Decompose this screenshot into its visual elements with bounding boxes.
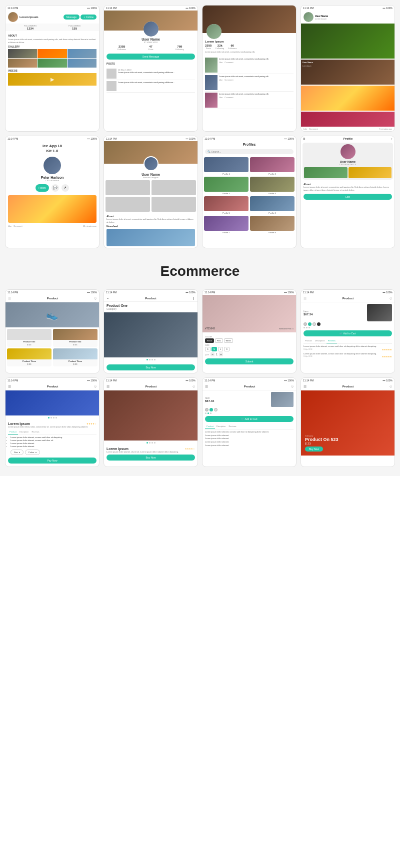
size-s-1[interactable]: S (205, 347, 210, 351)
tab-discription-7[interactable]: Discription (215, 424, 228, 429)
tab-reviews-5[interactable]: Reviews (30, 429, 40, 435)
comment-kit-1[interactable]: Comment (14, 225, 22, 227)
heart-icon-6[interactable]: ♡ (192, 385, 195, 388)
color-white[interactable]: White (224, 338, 233, 343)
status-bar-ec-4: 11:14 PM ▪▪▪ 100% (301, 290, 394, 295)
size-m[interactable]: M (212, 347, 217, 351)
status-bar-4: 11:14 PM ▪▪▪ 100% (301, 6, 394, 11)
tab-product-7[interactable]: Product (205, 424, 215, 429)
buy-now-btn-2[interactable]: Buy Now (106, 364, 195, 370)
pay-now-btn-5[interactable]: Pay Now (8, 458, 96, 464)
phone-kit-4: ☰ Profile + User Name CEO of Ice Ltd 1.0… (300, 136, 395, 248)
tab-description-4[interactable]: Description (314, 338, 326, 343)
gallery-item-6 (68, 59, 96, 68)
follow-btn-1[interactable]: ✓ Follow (80, 15, 96, 20)
app-kit-title: Ice App UiKit 1.0 (6, 141, 99, 157)
chat-btn-kit[interactable]: 💬 (52, 184, 59, 192)
like-action-4[interactable]: Like (304, 128, 307, 130)
tab-product-4[interactable]: Product (304, 338, 314, 343)
profile-card-1[interactable]: Profile 1 (204, 157, 248, 175)
product-card-ec-3[interactable]: Product Three $ 23 (7, 348, 52, 366)
status-bar-ec-2: 11:14 PM ▪▪▪ 100% (104, 290, 198, 295)
status-bar-ec-3: 11:14 PM ▪▪▪ 100% (202, 290, 296, 295)
play-icon-1: ▶ (50, 77, 54, 82)
like-btn-kit-4[interactable]: Like (304, 194, 392, 200)
post-item-1: 14 March 2019 Lorem ipsum dolor sit amet… (106, 69, 195, 80)
phone-ec-4: 11:14 PM ▪▪▪ 100% ☰ Product ♡ Item $67.3… (300, 289, 395, 373)
cover-photo-2 (104, 11, 198, 31)
send-message-btn-2[interactable]: Send Message (106, 54, 195, 60)
profile-card-4[interactable]: Profile 4 (250, 177, 294, 195)
profile-card-6[interactable]: Profile 6 (250, 196, 294, 214)
heart-icon-8[interactable]: ♡ (390, 385, 392, 388)
product-image-2 (104, 312, 198, 357)
color-circles-4 (304, 322, 392, 326)
follow-btn-kit[interactable]: Follow (36, 184, 48, 192)
profile-card-3[interactable]: Profile 3 (204, 177, 248, 195)
cover-3 (202, 6, 296, 33)
size-select-5[interactable]: Size ▾ (10, 450, 24, 455)
product-name-2: Product One (106, 304, 195, 307)
about-text-1: Lorem ipsum dolor sit amet, consectetur … (8, 38, 96, 44)
like-kit-1[interactable]: Like (8, 225, 12, 227)
tab-discription-5[interactable]: Discription (18, 429, 30, 435)
product-image-6 (104, 390, 198, 441)
submit-btn-3[interactable]: Submit (205, 358, 294, 364)
phone-social-profile1: 11:14 PM ▪▪▪ 100% Lorem Ipsum Message ✓ … (5, 5, 100, 132)
color-pink[interactable]: Pink (215, 338, 223, 343)
colour-select-5[interactable]: Colour ▾ (25, 450, 40, 455)
profile-card-7[interactable]: Profile 7 (204, 216, 248, 234)
gallery-grid-1 (8, 49, 96, 68)
gallery-kit-2 (104, 179, 198, 213)
product-header-1: ☰ Product ♡ (6, 295, 99, 302)
add-to-cart-btn-4[interactable]: 🛒 Add to Cart (304, 330, 392, 336)
product-title-5: Lorem Ipsum (8, 422, 30, 425)
video-thumb-1[interactable]: ▶ (8, 73, 96, 86)
profile-card-2[interactable]: Profile 2 (250, 157, 294, 175)
tab-product-5[interactable]: Product (8, 429, 18, 435)
heart-icon-4[interactable]: ♡ (390, 297, 392, 300)
dots-icon-2[interactable]: ⋮ (192, 296, 195, 300)
profile-card-5[interactable]: Profile 5 (204, 196, 248, 214)
product-card-ec-1[interactable]: Product One $ 23 (7, 329, 52, 347)
buy-now-btn-8[interactable]: Buy Now (305, 447, 323, 452)
stars-6: ★★★★☆ (185, 448, 195, 450)
time-label-4: 5 minutes ago (380, 128, 392, 130)
profile-card-8[interactable]: Profile 8 (250, 216, 294, 234)
phone-ec-7: 11:14 PM ▪▪▪ 100% ☰ Product ♡ Item $67.3… (202, 377, 296, 467)
product-card-ec-2[interactable]: Product Two $ 35 (53, 329, 98, 347)
heart-icon-1[interactable]: ♡ (94, 297, 96, 300)
tab-reviews-7[interactable]: Reviews (227, 424, 238, 429)
product-header-8: ☰ Product ♡ (301, 383, 394, 390)
newsfeed-label: Newsfeed (106, 225, 195, 228)
status-bar-kit-3: 11:14 PM ▪▪▪ 100% (202, 136, 296, 141)
username-sub-4: Lorem Ipsum (315, 18, 328, 20)
social-section: 11:14 PM ▪▪▪ 100% Lorem Ipsum Message ✓ … (0, 0, 400, 253)
product-title-6: Lorem Ipsum (106, 447, 128, 451)
size-s-2[interactable]: S (224, 347, 230, 351)
message-btn-1[interactable]: Message (64, 15, 80, 20)
product-grid-1: Product One $ 23 Product Two $ 35 Produc… (6, 327, 99, 368)
about-text-kit-4: Lorem ipsum dolor sit amet, consectetur … (304, 186, 392, 191)
qty-minus[interactable]: − (210, 352, 214, 356)
add-to-cart-btn-7[interactable]: 🛒 Add to Cart (205, 416, 294, 422)
tab-reviews-4[interactable]: Reviews (326, 338, 337, 343)
product-card-ec-4[interactable]: Product Three $ 23 (53, 348, 98, 366)
color-black[interactable]: Black (205, 338, 214, 343)
post-image-4b: User Name Lorem Ipsum (301, 60, 394, 85)
like-action-3a[interactable]: Like (219, 61, 222, 64)
comment-action-3a[interactable]: Comment (224, 61, 233, 64)
share-btn-kit[interactable]: ↗ (62, 184, 69, 192)
dot-indicators-6 (104, 441, 198, 445)
avatar-1 (8, 12, 18, 22)
cart-icon-5[interactable]: ♡ (94, 385, 96, 388)
videos-title-1: VIDEOS (8, 69, 96, 72)
size-l[interactable]: L (218, 347, 223, 351)
search-bar-kit-3[interactable]: 🔍 Search... (205, 149, 294, 154)
qty-plus[interactable]: + (219, 352, 223, 356)
buy-now-btn-6[interactable]: Buy Now (106, 455, 195, 461)
status-bar-kit-1: 11:14 PM ▪▪▪ 100% (6, 136, 99, 141)
comment-action-4[interactable]: Comment (309, 128, 318, 130)
heart-icon-7[interactable]: ♡ (291, 385, 294, 388)
ecommerce-row1: 11:14 PM ▪▪▪ 100% ☰ Product ♡ 👟 Product … (5, 289, 395, 373)
